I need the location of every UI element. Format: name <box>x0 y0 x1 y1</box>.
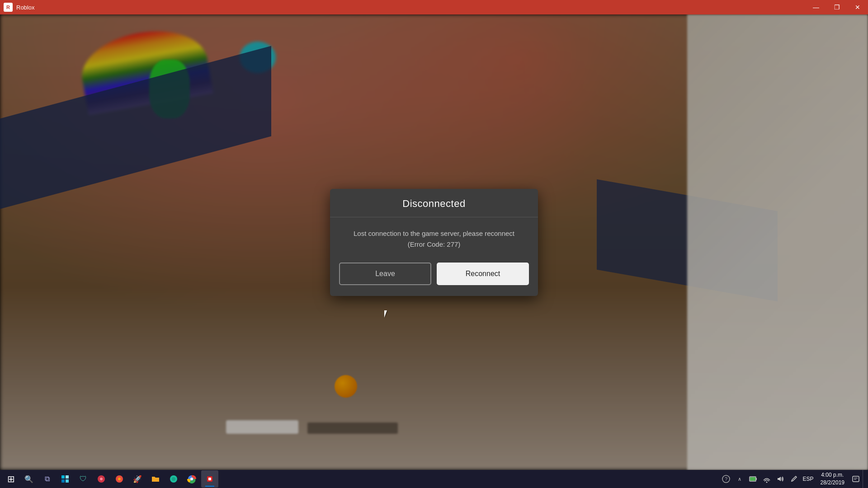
svg-rect-13 <box>208 478 211 480</box>
taskbar-app-metroapp[interactable] <box>57 470 74 488</box>
svg-point-5 <box>100 478 103 480</box>
clock-area[interactable]: 4:00 p.m. 28/2/2019 <box>816 470 849 488</box>
taskbar-search[interactable]: 🔍 <box>20 470 38 488</box>
svg-point-9 <box>172 477 175 481</box>
app-icon-text: R <box>6 5 10 10</box>
modal-overlay: Disconnected Lost connection to the game… <box>0 14 868 470</box>
taskbar: ⊞ 🔍 ⧉ 🛡 🚀 ? ∧ <box>0 470 868 488</box>
modal-header: Disconnected <box>330 189 538 217</box>
system-tray: ? ∧ ESP 4:00 p.m. 28/2/2019 <box>719 470 866 488</box>
svg-point-11 <box>190 478 193 480</box>
tray-chevron[interactable]: ∧ <box>733 470 746 488</box>
tray-network[interactable] <box>760 470 774 488</box>
game-background: Disconnected Lost connection to the game… <box>0 14 868 470</box>
tray-battery[interactable] <box>746 470 760 488</box>
svg-point-19 <box>766 482 767 483</box>
disconnected-dialog: Disconnected Lost connection to the game… <box>330 189 538 296</box>
svg-text:?: ? <box>725 476 727 482</box>
modal-message-line1: Lost connection to the game server, plea… <box>344 228 524 239</box>
window-title: Roblox <box>16 4 806 11</box>
taskbar-app-music[interactable] <box>93 470 110 488</box>
svg-rect-3 <box>66 479 69 483</box>
clock-time: 4:00 p.m. <box>821 471 844 479</box>
app-icon: R <box>4 3 13 12</box>
taskbar-app-folder[interactable] <box>147 470 164 488</box>
close-button[interactable]: ✕ <box>847 0 868 14</box>
taskbar-app-chrome[interactable] <box>183 470 200 488</box>
svg-rect-18 <box>750 477 755 481</box>
restore-button[interactable]: ❐ <box>826 0 847 14</box>
minimize-button[interactable]: — <box>806 0 826 14</box>
taskbar-app-shield[interactable]: 🛡 <box>75 470 92 488</box>
svg-rect-0 <box>61 475 65 479</box>
svg-rect-20 <box>853 476 859 482</box>
taskbar-taskview[interactable]: ⧉ <box>38 470 56 488</box>
titlebar: R Roblox — ❐ ✕ <box>0 0 868 14</box>
svg-rect-2 <box>61 479 65 483</box>
modal-footer: Leave Reconnect <box>330 263 538 296</box>
show-desktop-button[interactable] <box>863 470 866 488</box>
start-button[interactable]: ⊞ <box>2 470 19 488</box>
svg-point-7 <box>118 478 121 480</box>
svg-rect-1 <box>66 475 69 479</box>
reconnect-button[interactable]: Reconnect <box>437 263 529 285</box>
tray-esp-label[interactable]: ESP <box>801 476 816 482</box>
svg-rect-17 <box>756 478 757 480</box>
tray-help[interactable]: ? <box>719 470 733 488</box>
leave-button[interactable]: Leave <box>339 263 431 285</box>
taskbar-app-fire[interactable] <box>111 470 128 488</box>
taskbar-app-roblox[interactable] <box>201 470 218 488</box>
taskbar-app-rocket[interactable]: 🚀 <box>129 470 146 488</box>
clock-date: 28/2/2019 <box>821 479 844 487</box>
modal-message-line2: (Error Code: 277) <box>344 239 524 250</box>
tray-volume[interactable] <box>774 470 787 488</box>
modal-body: Lost connection to the game server, plea… <box>330 217 538 263</box>
tray-pen[interactable] <box>787 470 801 488</box>
tray-notification[interactable] <box>849 470 863 488</box>
modal-title: Disconnected <box>402 198 465 209</box>
taskbar-app-target[interactable] <box>165 470 182 488</box>
